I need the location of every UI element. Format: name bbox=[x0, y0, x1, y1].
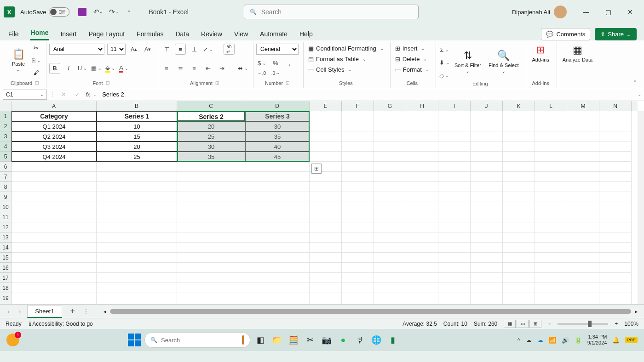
cell-J20[interactable] bbox=[471, 303, 503, 304]
cell-A8[interactable] bbox=[12, 182, 97, 192]
cell-A12[interactable] bbox=[12, 222, 97, 232]
cell-C15[interactable] bbox=[177, 253, 245, 263]
cell-N4[interactable] bbox=[599, 141, 632, 152]
analyze-data-button[interactable]: ▦Analyze Data bbox=[560, 42, 595, 64]
cell-E17[interactable] bbox=[310, 273, 342, 283]
insert-cells-button[interactable]: ⊞ Insert bbox=[393, 44, 431, 53]
cell-I10[interactable] bbox=[438, 202, 471, 212]
cell-C18[interactable] bbox=[177, 283, 245, 293]
excel-taskbar-icon[interactable]: ▮ bbox=[386, 334, 399, 346]
row-header-8[interactable]: 8 bbox=[0, 182, 12, 192]
cell-N2[interactable] bbox=[599, 121, 632, 131]
cell-B19[interactable] bbox=[97, 293, 177, 303]
merge-center-button[interactable]: ⬌ bbox=[237, 63, 248, 74]
cell-E13[interactable] bbox=[310, 232, 342, 243]
cell-I6[interactable] bbox=[438, 162, 471, 172]
tab-file[interactable]: File bbox=[7, 28, 20, 40]
cell-J13[interactable] bbox=[471, 232, 503, 243]
bold-button[interactable]: B bbox=[49, 63, 60, 74]
cell-B14[interactable] bbox=[97, 243, 177, 253]
row-header-10[interactable]: 10 bbox=[0, 202, 12, 212]
vertical-scrollbar[interactable] bbox=[638, 111, 644, 304]
cell-H3[interactable] bbox=[406, 131, 438, 141]
cell-E14[interactable] bbox=[310, 243, 342, 253]
col-header-H[interactable]: H bbox=[406, 101, 438, 111]
align-right-button[interactable]: ≡ bbox=[189, 63, 200, 74]
cell-F10[interactable] bbox=[342, 202, 374, 212]
cell-G1[interactable] bbox=[374, 111, 406, 121]
cell-K5[interactable] bbox=[503, 152, 535, 162]
cell-G3[interactable] bbox=[374, 131, 406, 141]
cell-N9[interactable] bbox=[599, 192, 632, 202]
tab-home[interactable]: Home bbox=[30, 26, 50, 40]
col-header-N[interactable]: N bbox=[599, 101, 632, 111]
cell-E9[interactable] bbox=[310, 192, 342, 202]
cell-H8[interactable] bbox=[406, 182, 438, 192]
cell-A3[interactable]: Q2 2024 bbox=[12, 131, 97, 141]
sheet-nav-prev[interactable]: ‹ bbox=[5, 308, 12, 315]
cell-K19[interactable] bbox=[503, 293, 535, 303]
cell-L6[interactable] bbox=[535, 162, 567, 172]
cell-H6[interactable] bbox=[406, 162, 438, 172]
cell-C17[interactable] bbox=[177, 273, 245, 283]
cell-I5[interactable] bbox=[438, 152, 471, 162]
cell-J15[interactable] bbox=[471, 253, 503, 263]
row-header-1[interactable]: 1 bbox=[0, 111, 12, 121]
cell-I13[interactable] bbox=[438, 232, 471, 243]
cell-B10[interactable] bbox=[97, 202, 177, 212]
delete-cells-button[interactable]: ⊟ Delete bbox=[393, 55, 431, 63]
number-launcher[interactable]: ◲ bbox=[286, 80, 290, 86]
cell-B2[interactable]: 10 bbox=[97, 121, 177, 131]
cell-J5[interactable] bbox=[471, 152, 503, 162]
tray-onedrive-icon[interactable]: ☁ bbox=[537, 337, 543, 344]
cell-I3[interactable] bbox=[438, 131, 471, 141]
cell-N16[interactable] bbox=[599, 263, 632, 273]
cell-I14[interactable] bbox=[438, 243, 471, 253]
spotify-icon[interactable]: ● bbox=[337, 334, 350, 346]
col-header-I[interactable]: I bbox=[438, 101, 471, 111]
clipboard-launcher[interactable]: ◲ bbox=[35, 80, 39, 86]
row-header-13[interactable]: 13 bbox=[0, 232, 12, 243]
cell-J16[interactable] bbox=[471, 263, 503, 273]
cell-G20[interactable] bbox=[374, 303, 406, 304]
taskbar-app-icon[interactable] bbox=[6, 334, 19, 346]
cell-J17[interactable] bbox=[471, 273, 503, 283]
row-header-4[interactable]: 4 bbox=[0, 141, 12, 152]
cell-F1[interactable] bbox=[342, 111, 374, 121]
cell-M11[interactable] bbox=[567, 212, 599, 222]
cell-C20[interactable] bbox=[177, 303, 245, 304]
cell-E12[interactable] bbox=[310, 222, 342, 232]
cell-C2[interactable]: 20 bbox=[177, 121, 245, 131]
align-top-button[interactable]: ⊤ bbox=[161, 44, 172, 55]
add-sheet-button[interactable]: + bbox=[66, 306, 80, 316]
cell-J3[interactable] bbox=[471, 131, 503, 141]
alignment-launcher[interactable]: ◲ bbox=[215, 80, 219, 86]
share-button[interactable]: ⇪ Share ⌄ bbox=[595, 28, 637, 40]
cell-C11[interactable] bbox=[177, 212, 245, 222]
cell-M5[interactable] bbox=[567, 152, 599, 162]
font-color-button[interactable]: A bbox=[118, 63, 129, 74]
view-normal-button[interactable]: ▦ bbox=[504, 320, 516, 328]
tab-automate[interactable]: Automate bbox=[259, 28, 288, 40]
row-header-3[interactable]: 3 bbox=[0, 131, 12, 141]
select-all-corner[interactable] bbox=[0, 101, 12, 111]
cell-C13[interactable] bbox=[177, 232, 245, 243]
cell-H2[interactable] bbox=[406, 121, 438, 131]
cell-H11[interactable] bbox=[406, 212, 438, 222]
cell-A17[interactable] bbox=[12, 273, 97, 283]
start-button[interactable] bbox=[128, 334, 141, 346]
conditional-formatting-button[interactable]: ▦ Conditional Formatting bbox=[306, 44, 385, 53]
cell-N14[interactable] bbox=[599, 243, 632, 253]
cell-J19[interactable] bbox=[471, 293, 503, 303]
cell-K6[interactable] bbox=[503, 162, 535, 172]
search-box[interactable]: 🔍 bbox=[244, 5, 419, 19]
row-header-18[interactable]: 18 bbox=[0, 283, 12, 293]
cell-D6[interactable] bbox=[245, 162, 310, 172]
tray-volume-icon[interactable]: 🔊 bbox=[562, 337, 569, 344]
cell-K17[interactable] bbox=[503, 273, 535, 283]
cell-L16[interactable] bbox=[535, 263, 567, 273]
tab-formulas[interactable]: Formulas bbox=[136, 28, 164, 40]
cell-G15[interactable] bbox=[374, 253, 406, 263]
cell-styles-button[interactable]: ▭ Cell Styles bbox=[306, 65, 385, 74]
tray-wifi-icon[interactable]: 📶 bbox=[549, 337, 556, 344]
